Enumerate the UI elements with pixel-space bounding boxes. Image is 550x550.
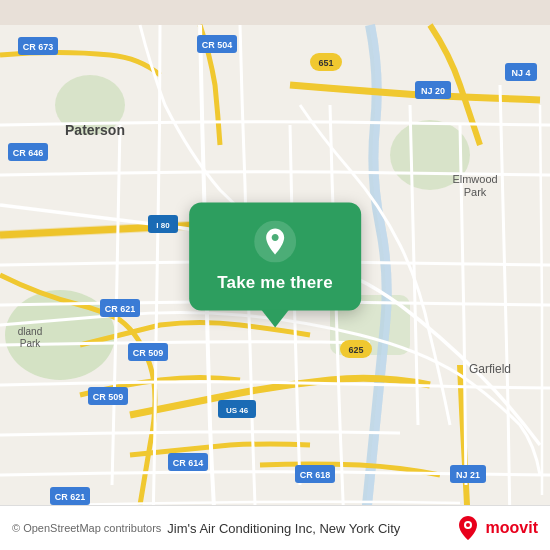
balloon-body: Take me there — [189, 203, 361, 311]
svg-text:Garfield: Garfield — [469, 362, 511, 376]
copyright-text: © OpenStreetMap contributors — [12, 522, 161, 534]
svg-text:CR 509: CR 509 — [93, 392, 124, 402]
svg-text:Park: Park — [20, 338, 42, 349]
svg-text:Elmwood: Elmwood — [452, 173, 497, 185]
moovit-logo: moovit — [454, 514, 538, 542]
svg-text:CR 621: CR 621 — [55, 492, 86, 502]
svg-text:Park: Park — [464, 186, 487, 198]
moovit-logo-icon — [454, 514, 482, 542]
svg-text:CR 621: CR 621 — [105, 304, 136, 314]
svg-point-45 — [466, 523, 470, 527]
moovit-brand-text: moovit — [486, 519, 538, 537]
location-pin-icon — [254, 221, 296, 263]
svg-text:dland: dland — [18, 326, 42, 337]
svg-text:CR 504: CR 504 — [202, 40, 233, 50]
take-me-there-button[interactable]: Take me there — [217, 273, 333, 293]
svg-text:NJ 4: NJ 4 — [511, 68, 530, 78]
svg-text:CR 618: CR 618 — [300, 470, 331, 480]
svg-text:CR 614: CR 614 — [173, 458, 204, 468]
bottom-bar-info: © OpenStreetMap contributors Jim's Air C… — [12, 521, 400, 536]
svg-text:CR 673: CR 673 — [23, 42, 54, 52]
svg-text:I 80: I 80 — [156, 221, 170, 230]
svg-text:CR 646: CR 646 — [13, 148, 44, 158]
svg-text:US 46: US 46 — [226, 406, 249, 415]
svg-text:625: 625 — [348, 345, 363, 355]
popup-balloon: Take me there — [189, 203, 361, 328]
svg-text:CR 509: CR 509 — [133, 348, 164, 358]
bottom-bar: © OpenStreetMap contributors Jim's Air C… — [0, 505, 550, 550]
map-container: CR 673 CR 504 651 CR 646 NJ 20 NJ 4 I 80… — [0, 0, 550, 550]
location-label: Jim's Air Conditioning Inc, New York Cit… — [167, 521, 400, 536]
balloon-tail — [261, 310, 289, 328]
svg-text:NJ 21: NJ 21 — [456, 470, 480, 480]
svg-text:NJ 20: NJ 20 — [421, 86, 445, 96]
svg-text:651: 651 — [318, 58, 333, 68]
svg-text:Paterson: Paterson — [65, 122, 125, 138]
